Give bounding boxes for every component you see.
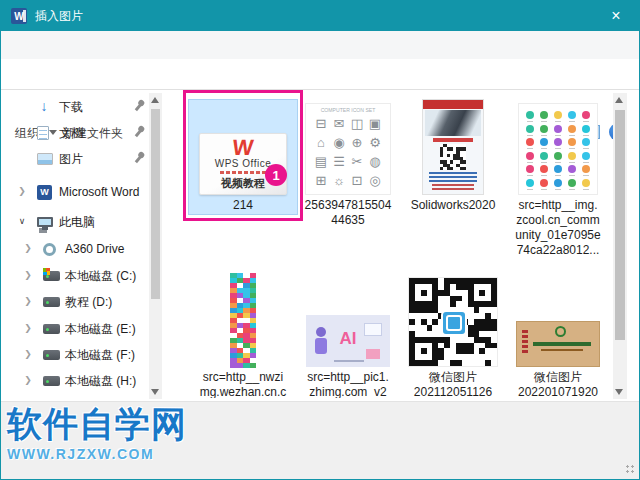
- qr-cell: [463, 167, 466, 170]
- file-list-scrollbar[interactable]: [613, 93, 627, 399]
- color-dot-icon: [526, 179, 534, 187]
- color-dot-icon: [540, 165, 548, 173]
- file-scrollbar-thumb[interactable]: [615, 110, 625, 340]
- file-list: 1 WWPS Office视频教程214COMPUTER ICON SET⊟✉◫…: [1, 90, 640, 401]
- computer-glyph-icon: ☼: [330, 172, 348, 189]
- color-dot-icon: [526, 138, 534, 146]
- file-name-label: src=http__nwzi mg.wezhan.cn.c: [193, 370, 293, 398]
- scroll-down-icon[interactable]: [615, 389, 623, 395]
- navigation-bar: ← → ∨ ↑ › 此电脑 › 图片 ›: [1, 31, 639, 59]
- thumbnail-box: [403, 269, 503, 367]
- poster-line: [429, 172, 477, 174]
- computer-glyph-icon: ⊡: [348, 172, 366, 189]
- file-item-214[interactable]: WWPS Office视频教程214: [193, 97, 293, 213]
- cert-title-line: [533, 342, 591, 346]
- color-dot-icon: [582, 125, 590, 133]
- color-dot-icon: [568, 165, 576, 173]
- color-dot-icon: [554, 125, 562, 133]
- computer-glyph-icon: ▤: [312, 153, 330, 170]
- step-badge-1: 1: [265, 164, 287, 186]
- color-dot-icon: [540, 179, 548, 187]
- wps-slogan-line: [220, 171, 266, 174]
- file-item-wechat-qr[interactable]: 微信图片 202112051126: [403, 269, 503, 398]
- color-dot-icon: [526, 125, 534, 133]
- file-thumbnail: [422, 99, 484, 195]
- file-name-label: 214: [193, 198, 293, 213]
- color-dot-icon: [582, 152, 590, 160]
- color-dot-icon: [540, 152, 548, 160]
- thumbnail-box: [403, 97, 503, 195]
- iconset-header-text: COMPUTER ICON SET: [317, 107, 378, 112]
- computer-glyph-icon: ▣: [366, 115, 384, 132]
- computer-glyph-icon: ⌂: [312, 134, 330, 151]
- computer-glyph-icon: ⊕: [348, 134, 366, 151]
- file-thumbnail: COMPUTER ICON SET⊟✉◫▣⌂◉⊕⚙▤☰✂◍⊞☼⊡◎: [305, 103, 391, 195]
- file-name-label: 微信图片 202112051126: [403, 370, 503, 398]
- file-name-label: src=http__img. zcool.cn_comm unity_01e70…: [508, 198, 608, 258]
- color-dot-icon: [582, 165, 590, 173]
- color-dot-icon: [526, 111, 534, 119]
- command-bar: 组织 新建文件夹: [1, 59, 639, 90]
- color-dot-icon: [554, 152, 562, 160]
- caption-line: [334, 360, 364, 362]
- file-thumbnail: [516, 321, 600, 367]
- wechat-qr-center-icon: [441, 310, 467, 336]
- thumbnail-box: COMPUTER ICON SET⊟✉◫▣⌂◉⊕⚙▤☰✂◍⊞☼⊡◎: [298, 97, 398, 195]
- file-thumbnail: [230, 273, 256, 367]
- file-item-wechat-cert[interactable]: 微信图片 202201071920: [508, 269, 608, 398]
- color-dot-icon: [540, 125, 548, 133]
- color-dot-icon: [568, 125, 576, 133]
- color-dot-icon: [568, 138, 576, 146]
- screen-shape: [364, 323, 382, 336]
- thumbnail-box: [508, 97, 608, 195]
- person-icon: [316, 327, 326, 337]
- color-dot-icon: [526, 152, 534, 160]
- thumbnail-box: AI: [298, 269, 398, 367]
- pink-shape: [366, 349, 380, 359]
- poster-line: [432, 184, 474, 186]
- computer-glyph-icon: ◍: [366, 153, 384, 170]
- poster-illustration: [425, 110, 481, 136]
- cert-subtitle-line: [541, 349, 583, 351]
- scroll-up-icon[interactable]: [615, 97, 623, 103]
- poster-text-lines: [423, 172, 483, 190]
- file-item-iconset[interactable]: COMPUTER ICON SET⊟✉◫▣⌂◉⊕⚙▤☰✂◍⊞☼⊡◎2563947…: [298, 97, 398, 228]
- color-dot-icon: [554, 179, 562, 187]
- color-dot-icon: [568, 179, 576, 187]
- dialog-footer: 文件名(N): 所有图片 工具(L) 插入(S) 2 取消: [1, 401, 640, 480]
- file-item-nwzimg[interactable]: src=http__nwzi mg.wezhan.cn.c: [193, 269, 293, 398]
- color-dot-icon: [568, 111, 576, 119]
- file-name-label: src=http__pic1. zhimg.com_v2: [298, 370, 398, 398]
- dialog-title: 插入图片: [35, 8, 83, 25]
- color-dot-icon: [554, 138, 562, 146]
- computer-glyph-icon: ⚙: [366, 134, 384, 151]
- computer-glyph-icon: ◎: [366, 172, 384, 189]
- file-item-zhimg[interactable]: AIsrc=http__pic1. zhimg.com_v2: [298, 269, 398, 398]
- file-name-label: Solidworks2020: [403, 198, 503, 213]
- qr-cell: [491, 360, 497, 366]
- wps-logo: W: [199, 138, 287, 158]
- person-icon: [315, 338, 327, 354]
- poster-line: [429, 180, 477, 182]
- color-dot-icon: [540, 111, 548, 119]
- red-stamp-column: [522, 330, 528, 354]
- resize-grip[interactable]: [625, 464, 635, 474]
- close-button[interactable]: ×: [593, 1, 639, 31]
- file-item-solidworks2020[interactable]: Solidworks2020: [403, 97, 503, 213]
- computer-glyph-icon: ◫: [348, 115, 366, 132]
- color-dot-icon: [554, 165, 562, 173]
- strip-cell: [250, 363, 257, 368]
- computer-glyph-icon: ◉: [330, 134, 348, 151]
- thumbnail-box: [193, 269, 293, 367]
- iconset-grid: ⊟✉◫▣⌂◉⊕⚙▤☰✂◍⊞☼⊡◎: [312, 115, 384, 189]
- color-dot-icon: [582, 138, 590, 146]
- insert-picture-dialog: 插入图片 × ← → ∨ ↑ › 此电脑 › 图片 › 组织 新建文件夹: [0, 0, 640, 480]
- green-seal-icon: [555, 326, 566, 337]
- file-item-zcool[interactable]: src=http__img. zcool.cn_comm unity_01e70…: [508, 97, 608, 258]
- ai-caption-text: AI: [340, 329, 357, 349]
- file-name-label: 微信图片 202201071920: [508, 370, 608, 398]
- file-thumbnail: AI: [306, 315, 390, 367]
- computer-glyph-icon: ⊞: [312, 172, 330, 189]
- computer-glyph-icon: ☰: [330, 153, 348, 170]
- poster-qr: [440, 144, 466, 170]
